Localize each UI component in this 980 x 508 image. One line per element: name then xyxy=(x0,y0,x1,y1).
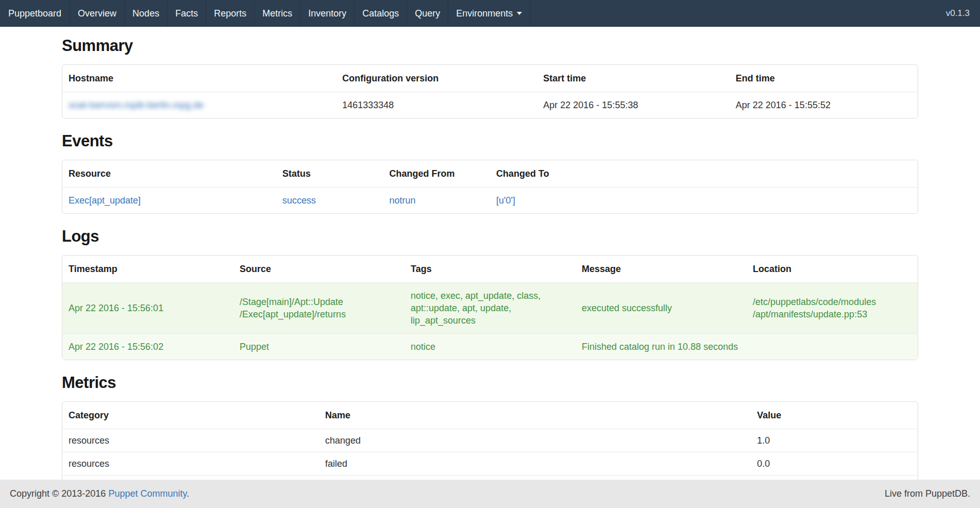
summary-col-start-time: Start time xyxy=(537,65,730,92)
nav-item-nodes[interactable]: Nodes xyxy=(125,0,167,27)
page-footer: Copyright © 2013-2016 Puppet Community. … xyxy=(0,480,980,508)
event-changed-from-link[interactable]: notrun xyxy=(390,195,416,206)
summary-heading: Summary xyxy=(62,37,918,55)
event-resource-link[interactable]: Exec[apt_update] xyxy=(69,195,141,206)
logs-table: Timestamp Source Tags Message Location A… xyxy=(62,255,918,360)
logs-col-source: Source xyxy=(233,256,404,282)
metric-row: resources failed 0.0 xyxy=(62,452,918,475)
log-source: /Stage[main]/Apt::Update /Exec[apt_updat… xyxy=(233,282,404,333)
summary-col-configuration-version: Configuration version xyxy=(336,65,537,92)
log-tags: notice xyxy=(404,333,576,360)
hostname-link[interactable]: snat-tservsm.mpib-berlin.mpg.de xyxy=(69,100,204,110)
metric-value: 0.0 xyxy=(751,452,918,475)
metric-name: failed xyxy=(319,452,751,475)
log-row: Apr 22 2016 - 15:56:01 /Stage[main]/Apt:… xyxy=(62,282,918,333)
footer-copyright-prefix: Copyright © 2013-2016 xyxy=(10,488,108,499)
metric-name: changed xyxy=(319,429,751,452)
nav-brand-puppetboard[interactable]: Puppetboard xyxy=(0,0,70,27)
start-time-value: Apr 22 2016 - 15:55:38 xyxy=(537,92,730,118)
logs-col-message: Message xyxy=(576,256,747,282)
logs-col-timestamp: Timestamp xyxy=(62,256,233,282)
metrics-col-category: Category xyxy=(62,402,319,429)
logs-col-tags: Tags xyxy=(404,256,576,282)
app-version-label: v0.1.3 xyxy=(936,0,980,27)
top-navbar: Puppetboard Overview Nodes Facts Reports… xyxy=(0,0,980,27)
nav-item-catalogs[interactable]: Catalogs xyxy=(354,0,407,27)
nav-dropdown-environments[interactable]: Environments xyxy=(448,0,530,27)
metrics-col-name: Name xyxy=(319,402,751,429)
summary-header-row: Hostname Configuration version Start tim… xyxy=(62,65,918,92)
metrics-header-row: Category Name Value xyxy=(62,402,918,429)
configuration-version-value: 1461333348 xyxy=(336,92,537,118)
event-status-link[interactable]: success xyxy=(282,195,316,206)
metrics-col-value: Value xyxy=(751,402,918,429)
logs-heading: Logs xyxy=(62,227,918,246)
log-tags: notice, exec, apt_update, class, apt::up… xyxy=(404,282,576,333)
events-col-status: Status xyxy=(276,160,383,187)
summary-col-end-time: End time xyxy=(730,65,918,92)
events-heading: Events xyxy=(62,132,918,150)
summary-table: Hostname Configuration version Start tim… xyxy=(62,64,918,118)
metric-row: resources changed 1.0 xyxy=(62,429,918,452)
footer-copyright-suffix: . xyxy=(187,488,189,499)
metrics-heading: Metrics xyxy=(62,374,918,392)
summary-col-hostname: Hostname xyxy=(62,65,336,92)
metric-category: resources xyxy=(62,452,319,475)
events-col-resource: Resource xyxy=(62,160,276,187)
nav-brand-label: Puppetboard xyxy=(8,8,61,19)
nav-item-inventory[interactable]: Inventory xyxy=(300,0,354,27)
event-changed-to-link[interactable]: [u'0'] xyxy=(496,195,515,206)
puppet-community-link[interactable]: Puppet Community xyxy=(108,488,187,499)
report-detail-page: Summary Hostname Configuration version S… xyxy=(62,37,918,508)
events-col-changed-to: Changed To xyxy=(490,160,918,187)
nav-item-query[interactable]: Query xyxy=(407,0,448,27)
log-location: /etc/puppetlabs/code/modules /apt/manife… xyxy=(747,282,918,333)
log-message: Finished catalog run in 10.88 seconds xyxy=(576,333,747,360)
nav-item-reports[interactable]: Reports xyxy=(206,0,255,27)
log-timestamp: Apr 22 2016 - 15:56:02 xyxy=(62,333,233,360)
log-timestamp: Apr 22 2016 - 15:56:01 xyxy=(62,282,233,333)
log-location xyxy=(747,333,918,360)
log-row: Apr 22 2016 - 15:56:02 Puppet notice Fin… xyxy=(62,333,918,360)
nav-items: Puppetboard Overview Nodes Facts Reports… xyxy=(0,0,530,27)
navbar-spacer xyxy=(530,0,935,27)
events-table: Resource Status Changed From Changed To … xyxy=(62,160,918,214)
log-message: executed successfully xyxy=(576,282,747,333)
summary-row: snat-tservsm.mpib-berlin.mpg.de 14613333… xyxy=(62,92,918,118)
environments-label: Environments xyxy=(456,8,513,19)
event-row: Exec[apt_update] success notrun [u'0'] xyxy=(62,187,918,213)
log-source: Puppet xyxy=(233,333,404,360)
caret-down-icon xyxy=(517,12,522,15)
metric-value: 1.0 xyxy=(751,429,918,452)
logs-col-location: Location xyxy=(747,256,918,282)
nav-item-overview[interactable]: Overview xyxy=(70,0,125,27)
footer-puppetdb-status: Live from PuppetDB. xyxy=(885,488,970,499)
logs-header-row: Timestamp Source Tags Message Location xyxy=(62,256,918,282)
nav-item-metrics[interactable]: Metrics xyxy=(255,0,300,27)
events-header-row: Resource Status Changed From Changed To xyxy=(62,160,918,187)
end-time-value: Apr 22 2016 - 15:55:52 xyxy=(730,92,918,118)
metric-category: resources xyxy=(62,429,319,452)
nav-item-facts[interactable]: Facts xyxy=(167,0,206,27)
footer-copyright: Copyright © 2013-2016 Puppet Community. xyxy=(10,488,189,499)
events-col-changed-from: Changed From xyxy=(383,160,491,187)
